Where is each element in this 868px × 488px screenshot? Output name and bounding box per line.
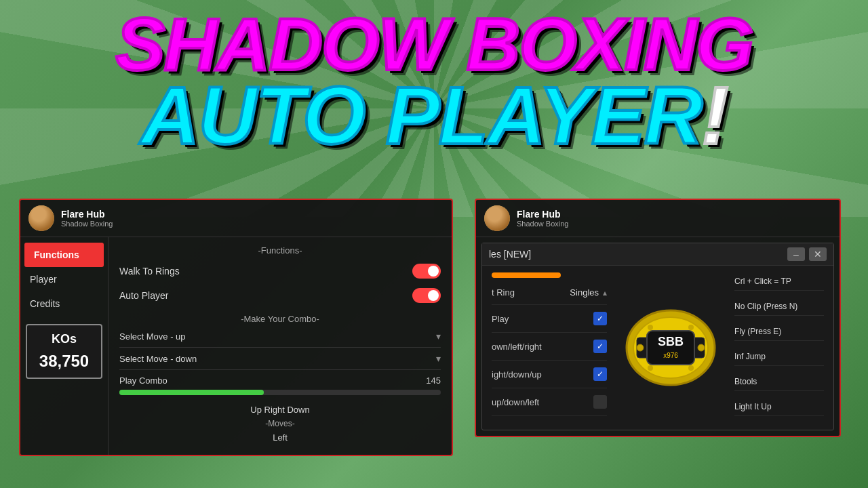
- play-label: Play Combo: [119, 375, 167, 386]
- shortcut-infjump: Inf Jump: [734, 348, 824, 366]
- chevron-down-icon-down[interactable]: ▾: [436, 353, 441, 364]
- svg-text:x976: x976: [663, 352, 678, 359]
- svg-point-10: [648, 365, 653, 371]
- shortcut-lightitup: Light It Up: [734, 398, 824, 416]
- ring-label: t Ring: [492, 287, 515, 298]
- game-name-right: Shadow Boxing: [517, 220, 831, 228]
- inner-left-col: t Ring Singles ▴ Play ✓ own/left/right ✓: [482, 266, 616, 430]
- badge-container: SBB x976: [616, 266, 725, 430]
- chevron-up-icon: ▴: [603, 288, 607, 298]
- sidebar: Functions Player Credits KOs 38,750: [20, 237, 108, 455]
- right-down-up-row: ight/down/up ✓: [492, 367, 607, 388]
- shortcut-btools: Btools: [734, 373, 824, 391]
- play-check-row: Play ✓: [492, 312, 607, 333]
- play-checkbox[interactable]: ✓: [593, 312, 607, 325]
- rdu-checkbox[interactable]: ✓: [593, 367, 607, 381]
- badge-svg: SBB x976: [623, 304, 718, 392]
- ring-row: t Ring Singles ▴: [492, 287, 607, 305]
- shortcut-fly: Fly (Press E): [734, 323, 824, 341]
- select-label-down: Select Move - down: [119, 354, 197, 364]
- inner-window: les [NEW] – ✕ t Ring Singles ▴ Pl: [481, 243, 834, 430]
- panel-left-header: Flare Hub Shadow Boxing: [20, 200, 452, 237]
- down-left-right-row: own/left/right ✓: [492, 340, 607, 361]
- select-row-up: Select Move - up ▾: [119, 331, 441, 348]
- kos-box: KOs 38,750: [26, 324, 102, 379]
- inner-window-title: les [NEW]: [489, 249, 787, 260]
- play-row: Play Combo 145: [119, 375, 441, 386]
- shortcut-noclip: No Clip (Press N): [734, 298, 824, 316]
- select-row-down: Select Move - down ▾: [119, 353, 441, 370]
- play-check-label: Play: [492, 314, 509, 324]
- kos-label: KOs: [34, 332, 94, 346]
- toggle-label-walk: Walk To Rings: [119, 266, 180, 277]
- moves-section-label: -Moves-: [119, 419, 441, 428]
- panel-right-header: Flare Hub Shadow Boxing: [476, 200, 840, 237]
- nav-functions[interactable]: Functions: [24, 243, 104, 267]
- functions-section-label: -Functions-: [119, 245, 441, 256]
- background-rays: [0, 0, 868, 217]
- header-text-right: Flare Hub Shadow Boxing: [517, 209, 831, 228]
- toggle-label-auto: Auto Player: [119, 290, 168, 301]
- kos-value: 38,750: [34, 352, 94, 371]
- inner-window-titlebar: les [NEW] – ✕: [482, 243, 833, 266]
- right-down-up-label: ight/down/up: [492, 369, 542, 380]
- panel-right: Flare Hub Shadow Boxing les [NEW] – ✕ t …: [475, 199, 841, 437]
- toggle-auto[interactable]: [412, 288, 441, 303]
- progress-bar-fill: [119, 390, 264, 395]
- progress-bar-bg: [119, 390, 441, 395]
- dlr-checkbox[interactable]: ✓: [593, 340, 607, 353]
- udl-checkbox[interactable]: [593, 395, 607, 409]
- play-value: 145: [426, 375, 441, 386]
- ring-select[interactable]: Singles ▴: [570, 287, 607, 298]
- svg-point-7: [698, 344, 705, 351]
- chevron-down-icon-up[interactable]: ▾: [436, 331, 441, 342]
- right-shortcuts-col: Crl + Click = TP No Clip (Press N) Fly (…: [725, 266, 833, 430]
- svg-text:SBB: SBB: [658, 335, 684, 348]
- app-name-left: Flare Hub: [61, 209, 113, 220]
- minimize-button[interactable]: –: [787, 247, 805, 261]
- avatar-right: [484, 205, 510, 231]
- avatar-left: [28, 205, 54, 231]
- svg-point-8: [648, 325, 653, 330]
- ring-value: Singles: [570, 287, 599, 298]
- move-display: Up Right Down: [119, 405, 441, 415]
- up-down-left-row: up/down/left: [492, 395, 607, 416]
- toggle-row-auto: Auto Player: [119, 287, 441, 304]
- toggle-walk[interactable]: [412, 264, 441, 279]
- combo-section: -Make Your Combo- Select Move - up ▾ Sel…: [119, 314, 441, 443]
- inner-window-body: t Ring Singles ▴ Play ✓ own/left/right ✓: [482, 266, 833, 430]
- svg-point-9: [688, 325, 694, 330]
- close-button[interactable]: ✕: [809, 247, 827, 261]
- left-move: Left: [119, 432, 441, 443]
- select-label-up: Select Move - up: [119, 331, 186, 342]
- nav-player[interactable]: Player: [20, 267, 108, 291]
- main-content-left: -Functions- Walk To Rings Auto Player -M…: [108, 237, 452, 455]
- panel-body-left: Functions Player Credits KOs 38,750 -Fun…: [20, 237, 452, 455]
- game-name-left: Shadow Boxing: [61, 220, 113, 228]
- header-text-left: Flare Hub Shadow Boxing: [61, 209, 113, 228]
- window-controls: – ✕: [787, 247, 827, 261]
- up-down-left-label: up/down/left: [492, 397, 539, 407]
- svg-point-11: [688, 365, 694, 371]
- nav-credits[interactable]: Credits: [20, 291, 108, 316]
- shortcut-tp: Crl + Click = TP: [734, 272, 824, 291]
- app-name-right: Flare Hub: [517, 209, 831, 220]
- down-left-right-label: own/left/right: [492, 342, 542, 352]
- combo-section-label: -Make Your Combo-: [119, 314, 441, 324]
- orange-progress-bar: [492, 272, 561, 278]
- panel-left: Flare Hub Shadow Boxing Functions Player…: [19, 199, 453, 456]
- toggle-row-walk: Walk To Rings: [119, 262, 441, 280]
- svg-point-6: [637, 344, 644, 351]
